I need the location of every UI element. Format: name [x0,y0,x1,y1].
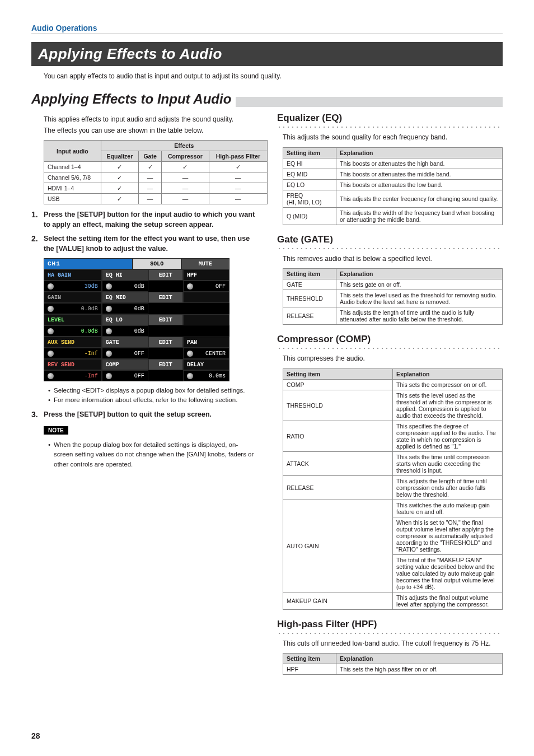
ui-row: AUX SENDGATEEDITPAN [44,337,229,348]
table-row: THRESHOLDThis sets the level used as the… [283,390,503,421]
h2-title: Applying Effects to Input Audio [31,91,231,107]
ui-row: HA GAINEQ HIEDITHPF [44,269,229,281]
page-number: 28 [31,731,40,740]
h2-row: Applying Effects to Input Audio [31,91,503,107]
table-row: HPFThis sets the high-pass filter on or … [283,664,503,674]
bullet-edit: Selecting <EDIT> displays a popup dialog… [48,386,257,395]
ui-row: 30dB0dBOFF [44,281,229,292]
ui-row: -InfOFFCENTER [44,348,229,359]
ui-row: REV SENDCOMPEDITDELAY [44,359,229,370]
left-intro-2: The effects you can use are shown in the… [44,126,257,136]
table-row: GATEThis sets gate on or off. [283,279,503,290]
table-row: USB✓——— [44,194,268,204]
ui-tab-mute: MUTE [181,258,230,269]
step-2: 2. Select the setting item for the effec… [31,234,257,254]
hpf-heading: High-pass Filter (HPF) [277,619,503,634]
table-row: Channel 1–4✓✓✓✓ [44,162,268,172]
table-row: MAKEUP GAINThis adjusts the final output… [283,592,503,609]
note-bullet: When the popup dialog box for detailed s… [48,440,257,469]
right-column: Equalizer (EQ) This adjusts the sound qu… [277,113,503,680]
th-input: Input audio [44,141,101,162]
eq-intro: This adjusts the sound quality for each … [283,133,503,142]
table-row: THRESHOLDThis sets the level used as the… [283,290,503,307]
intro-text: You can apply effects to audio that is i… [44,72,503,81]
section-rule [31,34,503,34]
comp-table: Setting item Explanation COMPThis sets t… [283,368,503,610]
ui-row: GAINEQ MIDEDIT [44,292,229,303]
table-row: RELEASEThis adjusts the length of time u… [283,307,503,325]
step-1: 1. Press the [SETUP] button for the inpu… [31,210,257,230]
table-row: Channel 5/6, 7/8✓——— [44,172,268,183]
hpf-table: Setting item Explanation HPFThis sets th… [283,653,503,675]
table-row: RELEASEThis adjusts the length of time u… [283,475,503,500]
ui-title: CH1 [44,258,133,269]
ui-row: LEVELEQ LOEDIT [44,314,229,325]
left-column: This applies effects to input audio and … [31,113,257,680]
table-row: EQ MIDThis boosts or attenuates the midd… [283,169,503,179]
steps: 1. Press the [SETUP] button for the inpu… [31,210,257,254]
step2-bullets: Selecting <EDIT> displays a popup dialog… [48,386,257,405]
note-badge: NOTE [44,426,68,435]
gate-intro: This removes audio that is below a speci… [283,254,503,264]
eq-table: Setting item Explanation EQ HIThis boost… [283,147,503,225]
gate-heading: Gate (GATE) [277,234,503,250]
table-row: HDMI 1–4✓——— [44,183,268,194]
two-col: This applies effects to input audio and … [31,113,503,680]
gate-table: Setting item Explanation GATEThis sets g… [283,268,503,325]
eq-heading: Equalizer (EQ) [277,113,503,128]
left-intro-1: This applies effects to input audio and … [44,115,257,124]
ui-row: 0.0dB0dB [44,303,229,314]
ui-screenshot: CH1 SOLO MUTE HA GAINEQ HIEDITHPF30dB0dB… [44,258,229,381]
table-row: EQ HIThis boosts or attenuates the high … [283,158,503,169]
section-label: Audio Operations [31,24,503,32]
table-row: RATIOThis specifies the degree of compre… [283,421,503,451]
page: Audio Operations Applying Effects to Aud… [0,0,534,756]
table-row: Q (MID)This adjusts the width of the fre… [283,207,503,225]
step-3: 3. Press the [SETUP] button to quit the … [31,410,257,420]
ui-row: -InfOFF0.0ms [44,370,229,381]
table-row: COMPThis sets the compressor on or off. [283,379,503,390]
hpf-intro: This cuts off unneeded low-band audio. T… [283,639,503,648]
comp-intro: This compresses the audio. [283,354,503,363]
comp-heading: Compressor (COMP) [277,334,503,349]
page-title: Applying Effects to Audio [31,42,503,66]
ui-tab-solo: SOLO [133,258,181,269]
table-row: FREQ (HI, MID, LO)This adjusts the cente… [283,190,503,207]
table-row: EQ LOThis boosts or attenuates the low b… [283,179,503,190]
table-row: ATTACKThis sets the time until compressi… [283,451,503,475]
bullet-more-info: For more information about effects, refe… [48,395,257,405]
th-effects: Effects [101,141,267,151]
effects-table: Input audio Effects Equalizer Gate Compr… [44,140,268,204]
note-bullets: When the popup dialog box for detailed s… [48,440,257,469]
h2-fill [236,97,503,107]
table-row: AUTO GAINThis switches the auto makeup g… [283,500,503,517]
ui-row: 0.0dB0dB [44,325,229,337]
